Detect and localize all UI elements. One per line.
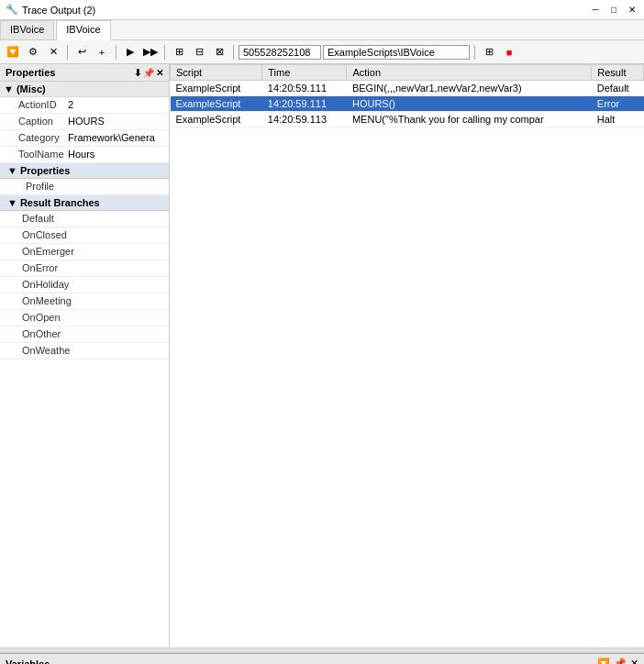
- trace-cell-result: Default: [592, 81, 644, 96]
- close-button[interactable]: ✕: [626, 4, 638, 17]
- minimize-button[interactable]: ─: [589, 4, 602, 17]
- prop-value-category: Framework\Genera: [64, 130, 169, 146]
- branch-name: OnHoliday: [0, 277, 64, 293]
- properties-section-label: Properties: [20, 165, 70, 176]
- trace-cell-script: ExampleScript: [171, 96, 262, 112]
- toolbar-btn-3[interactable]: ✕: [44, 43, 62, 61]
- branch-row: OnMeeting: [0, 293, 169, 310]
- prop-value-actionid: 2: [64, 97, 169, 113]
- properties-panel: Properties ⬇ 📌 ✕ ▼ (Misc) ActionID 2 Cap…: [0, 64, 170, 647]
- variables-pin-btn[interactable]: 📌: [614, 658, 627, 664]
- col-result: Result: [592, 65, 644, 81]
- toolbar-btn-undo[interactable]: ↩: [72, 43, 91, 61]
- branch-name: OnClosed: [0, 227, 64, 243]
- trace-scroll: Script Time Action Result ExampleScript …: [170, 64, 644, 647]
- title-text: Trace Output (2): [22, 5, 95, 16]
- toolbar-btn-play1[interactable]: ▶: [121, 43, 139, 61]
- toolbar-sep-3: [164, 45, 165, 60]
- script-path-input[interactable]: ExampleScripts\IBVoice: [323, 45, 470, 60]
- toolbar-btn-grid1[interactable]: ⊞: [170, 43, 188, 61]
- misc-section-header[interactable]: ▼ (Misc): [0, 82, 169, 97]
- branch-row: OnHoliday: [0, 277, 169, 293]
- branch-name: OnWeathe: [0, 343, 64, 359]
- branch-name: OnEmerger: [0, 244, 64, 260]
- trace-cell-result: Halt: [592, 112, 644, 127]
- trace-cell-time: 14:20:59.111: [262, 81, 347, 96]
- tab-bar: IBVoice IBVoice: [0, 20, 644, 40]
- main-area: Properties ⬇ 📌 ✕ ▼ (Misc) ActionID 2 Cap…: [0, 64, 644, 647]
- properties-header: Properties ⬇ 📌 ✕: [0, 64, 169, 82]
- variables-header: Variables 🔽 📌 ✕: [0, 654, 644, 664]
- maximize-button[interactable]: □: [607, 4, 620, 17]
- trace-cell-script: ExampleScript: [171, 81, 262, 96]
- table-row[interactable]: ExampleScript 14:20:59.111 HOURS() Error: [171, 96, 644, 112]
- variables-title: Variables: [6, 658, 50, 665]
- table-row[interactable]: ExampleScript 14:20:59.111 BEGIN(,,,newV…: [171, 81, 644, 96]
- properties-sort-btn[interactable]: ⬇: [134, 68, 141, 78]
- tab-ibvoice-2[interactable]: IBVoice: [56, 20, 110, 40]
- table-row[interactable]: ExampleScript 14:20:59.113 MENU("%Thank …: [171, 112, 644, 127]
- trace-body: ExampleScript 14:20:59.111 BEGIN(,,,newV…: [171, 81, 644, 127]
- trace-cell-action: HOURS(): [347, 96, 592, 112]
- branch-row: OnWeathe: [0, 343, 169, 360]
- toolbar-btn-grid2[interactable]: ⊟: [190, 43, 208, 61]
- toolbar-sep-4: [233, 45, 234, 60]
- col-time: Time: [262, 65, 347, 81]
- branch-name: OnMeeting: [0, 293, 64, 309]
- branch-row: OnOpen: [0, 310, 169, 326]
- result-branches-section-header[interactable]: ▼ Result Branches: [0, 195, 169, 211]
- branch-name: Default: [0, 211, 64, 227]
- properties-collapse-icon: ▼: [7, 165, 17, 176]
- toolbar-btn-grid3[interactable]: ⊠: [210, 43, 228, 61]
- prop-name-actionid: ActionID: [0, 97, 64, 113]
- branch-row: OnEmerger: [0, 244, 169, 260]
- toolbar-sep-5: [474, 45, 475, 60]
- prop-value-toolname: Hours: [64, 147, 169, 162]
- title-bar: 🔧 Trace Output (2) ─ □ ✕: [0, 0, 644, 20]
- properties-header-btns: ⬇ 📌 ✕: [134, 68, 163, 78]
- branch-row: Default: [0, 211, 169, 227]
- script-id-input[interactable]: 505528252108: [239, 45, 321, 60]
- variables-header-right: 🔽 📌 ✕: [597, 658, 638, 664]
- branch-row: OnOther: [0, 326, 169, 343]
- trace-cell-script: ExampleScript: [171, 112, 262, 127]
- branch-name: OnError: [0, 260, 64, 276]
- toolbar-btn-grid4[interactable]: ⊞: [480, 43, 498, 61]
- properties-title: Properties: [6, 67, 55, 78]
- toolbar-btn-add[interactable]: +: [93, 43, 111, 61]
- properties-close-btn[interactable]: ✕: [156, 68, 163, 78]
- branch-row: OnError: [0, 260, 169, 277]
- prop-value-profile: [72, 179, 169, 194]
- toolbar-sep-1: [67, 45, 68, 60]
- toolbar-sep-2: [116, 45, 117, 60]
- prop-row-caption: Caption HOURS: [0, 114, 169, 130]
- properties-pin-btn[interactable]: 📌: [143, 68, 154, 78]
- variables-close-btn[interactable]: ✕: [630, 658, 638, 664]
- trace-cell-time: 14:20:59.111: [262, 96, 347, 112]
- toolbar-btn-2[interactable]: ⚙: [24, 43, 42, 61]
- result-branches-collapse-icon: ▼: [7, 197, 17, 208]
- toolbar-btn-stop[interactable]: ■: [500, 43, 518, 61]
- prop-row-toolname: ToolName Hours: [0, 147, 169, 163]
- app-icon: 🔧: [6, 4, 18, 16]
- misc-collapse-icon: ▼: [4, 83, 14, 94]
- properties-body: ▼ (Misc) ActionID 2 Caption HOURS Catego…: [0, 82, 169, 647]
- prop-row-profile: Profile: [0, 179, 169, 195]
- misc-section-label: (Misc): [17, 83, 46, 94]
- result-branches-label: Result Branches: [20, 197, 100, 208]
- trace-cell-action: MENU("%Thank you for calling my compar: [347, 112, 592, 127]
- variables-section: Variables 🔽 📌 ✕ Name Value Type dnis Var…: [0, 653, 644, 664]
- toolbar: 🔽 ⚙ ✕ ↩ + ▶ ▶▶ ⊞ ⊟ ⊠ 505528252108 Exampl…: [0, 40, 644, 64]
- prop-row-category: Category Framework\Genera: [0, 130, 169, 147]
- trace-cell-time: 14:20:59.113: [262, 112, 347, 127]
- variables-dropdown-icon[interactable]: 🔽: [597, 658, 610, 664]
- prop-value-caption: HOURS: [64, 114, 169, 129]
- title-bar-right: ─ □ ✕: [589, 4, 638, 17]
- tab-ibvoice-1[interactable]: IBVoice: [0, 20, 54, 39]
- properties-section-header[interactable]: ▼ Properties: [0, 163, 169, 179]
- branch-name: OnOther: [0, 326, 64, 342]
- toolbar-btn-play2[interactable]: ▶▶: [141, 43, 160, 61]
- toolbar-btn-1[interactable]: 🔽: [4, 43, 22, 61]
- branches-list: DefaultOnClosedOnEmergerOnErrorOnHoliday…: [0, 211, 169, 360]
- col-script: Script: [171, 65, 262, 81]
